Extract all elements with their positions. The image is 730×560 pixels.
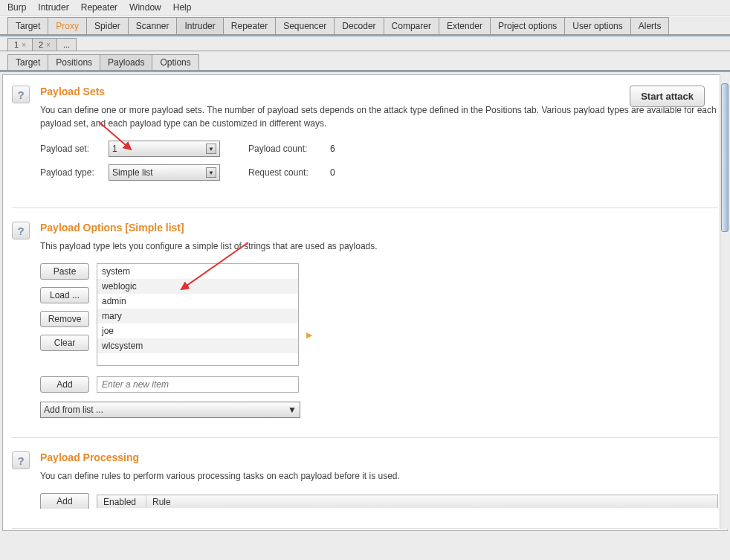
subtab-options[interactable]: Options (152, 54, 198, 70)
session-tab-1[interactable]: 1× (7, 38, 33, 51)
list-item[interactable]: system (97, 264, 298, 279)
help-icon[interactable]: ? (12, 451, 30, 469)
chevron-down-icon: ▼ (206, 144, 216, 154)
vertical-scrollbar[interactable] (720, 74, 730, 530)
processing-add-button[interactable]: Add (40, 493, 89, 509)
request-count-value: 0 (330, 167, 335, 178)
payload-options-desc: This payload type lets you configure a s… (40, 239, 718, 253)
tab-project-options[interactable]: Project options (490, 17, 565, 34)
tab-target[interactable]: Target (7, 17, 48, 34)
clear-button[interactable]: Clear (40, 335, 89, 351)
arrow-right-icon: ▶ (306, 330, 312, 340)
section-payload-sets: ? Payload Sets You can define one or mor… (12, 86, 718, 208)
payload-options-title: Payload Options [Simple list] (40, 222, 718, 234)
tab-proxy[interactable]: Proxy (48, 17, 87, 34)
load-button[interactable]: Load ... (40, 287, 89, 303)
subtab-positions[interactable]: Positions (48, 54, 100, 70)
main-tab-row: Target Proxy Spider Scanner Intruder Rep… (0, 16, 730, 35)
request-count-label: Request count: (248, 167, 323, 178)
sub-tab-row: Target Positions Payloads Options (0, 51, 730, 71)
remove-button[interactable]: Remove (40, 311, 89, 327)
col-enabled: Enabled (97, 495, 146, 508)
new-item-input[interactable] (97, 376, 299, 393)
menu-help[interactable]: Help (170, 1, 195, 13)
close-icon[interactable]: × (22, 41, 26, 49)
payload-type-label: Payload type: (40, 167, 101, 178)
close-icon[interactable]: × (46, 41, 51, 49)
section-payload-processing: ? Payload Processing You can define rule… (12, 451, 718, 529)
list-item[interactable]: mary (97, 309, 298, 324)
tab-intruder[interactable]: Intruder (176, 17, 223, 34)
chevron-down-icon: ▼ (288, 405, 297, 415)
help-icon[interactable]: ? (12, 222, 30, 239)
tab-repeater[interactable]: Repeater (223, 17, 276, 34)
subtab-target[interactable]: Target (7, 54, 48, 70)
menu-window[interactable]: Window (126, 1, 164, 13)
tab-user-options[interactable]: User options (564, 17, 630, 34)
menu-repeater[interactable]: Repeater (78, 1, 120, 13)
payload-sets-title: Payload Sets (40, 86, 718, 97)
list-item[interactable]: wlcsystem (97, 338, 298, 353)
tab-extender[interactable]: Extender (439, 17, 491, 34)
subtab-payloads[interactable]: Payloads (100, 54, 152, 70)
paste-button[interactable]: Paste (40, 263, 89, 280)
tab-alerts[interactable]: Alerts (630, 17, 670, 34)
payload-set-value: 1 (112, 144, 117, 154)
payload-processing-title: Payload Processing (40, 451, 718, 463)
add-button[interactable]: Add (40, 376, 89, 393)
payload-set-label: Payload set: (40, 144, 101, 154)
session-tab-more[interactable]: ... (56, 38, 77, 51)
add-from-list-combo[interactable]: Add from list ... ▼ (40, 402, 300, 418)
list-item[interactable]: admin (97, 294, 298, 309)
payload-processing-desc: You can define rules to perform various … (40, 469, 718, 483)
payload-sets-desc: You can define one or more payload sets.… (40, 103, 718, 130)
tab-comparer[interactable]: Comparer (384, 17, 439, 34)
menu-intruder[interactable]: Intruder (35, 1, 71, 13)
tab-spider[interactable]: Spider (86, 17, 129, 34)
scrollbar-thumb[interactable] (721, 83, 729, 232)
list-item[interactable]: weblogic (97, 279, 298, 294)
payload-set-combo[interactable]: 1 ▼ (109, 141, 220, 157)
tab-sequencer[interactable]: Sequencer (275, 17, 335, 34)
content-panel: Start attack ? Payload Sets You can defi… (2, 74, 728, 531)
payload-count-value: 6 (330, 144, 335, 154)
menu-burp[interactable]: Burp (4, 1, 29, 13)
session-tab-row: 1× 2× ... (0, 35, 730, 51)
tab-scanner[interactable]: Scanner (128, 17, 178, 34)
session-tab-2[interactable]: 2× (32, 38, 57, 51)
payload-list[interactable]: system weblogic admin mary joe wlcsystem (97, 263, 299, 366)
section-payload-options: ? Payload Options [Simple list] This pay… (12, 222, 718, 438)
tab-decoder[interactable]: Decoder (334, 17, 384, 34)
start-attack-button[interactable]: Start attack (630, 86, 705, 107)
add-from-list-label: Add from list ... (44, 405, 103, 415)
help-icon[interactable]: ? (12, 86, 30, 103)
content-wrap: Start attack ? Payload Sets You can defi… (0, 71, 730, 532)
col-rule: Rule (146, 495, 717, 508)
payload-type-combo[interactable]: Simple list ▼ (109, 164, 220, 181)
menubar: Burp Intruder Repeater Window Help (0, 0, 730, 16)
chevron-down-icon: ▼ (206, 167, 216, 178)
list-item[interactable]: joe (97, 324, 298, 338)
payload-count-label: Payload count: (248, 144, 323, 154)
payload-type-value: Simple list (112, 167, 153, 178)
processing-table-header: Enabled Rule (97, 495, 718, 508)
